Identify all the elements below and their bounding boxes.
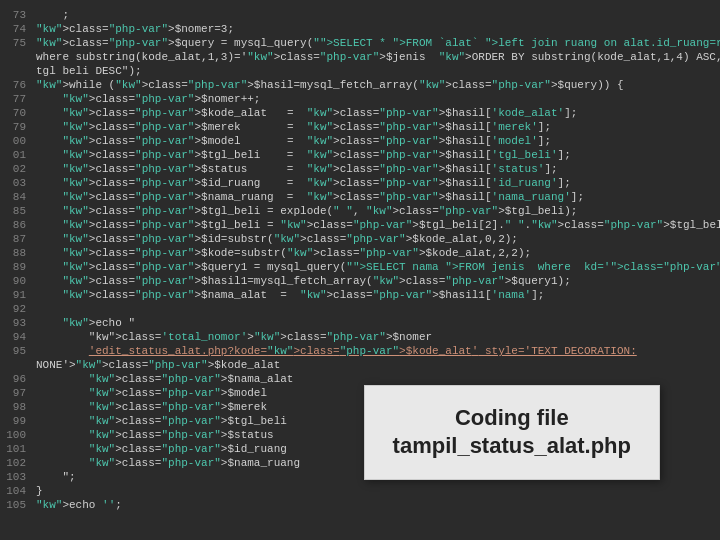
line-number: 79 — [0, 120, 36, 134]
line-number: 74 — [0, 22, 36, 36]
line-content: "kw">class="php-var">$nama_alat = "kw">c… — [36, 288, 544, 302]
line-content: "kw">class='total_nomor'>"kw">class="php… — [36, 330, 432, 344]
line-content: "kw">class="php-var">$nama_ruang — [36, 456, 300, 470]
line-number: 89 — [0, 260, 36, 274]
line-content: ; — [36, 8, 69, 22]
code-line: 70 "kw">class="php-var">$kode_alat = "kw… — [0, 106, 720, 120]
code-line: 90 "kw">class="php-var">$hasil1=mysql_fe… — [0, 274, 720, 288]
line-content: "kw">class="php-var">$id_ruang — [36, 442, 287, 456]
line-number: 77 — [0, 92, 36, 106]
code-line: 93 "kw">echo " — [0, 316, 720, 330]
line-content: "kw">class="php-var">$tgl_beli = "kw">cl… — [36, 148, 571, 162]
code-line: 85 "kw">class="php-var">$tgl_beli = expl… — [0, 204, 720, 218]
code-line: 95 'edit_status_alat.php?kode="kw">class… — [0, 344, 720, 358]
line-content: "kw">class="php-var">$status = "kw">clas… — [36, 162, 558, 176]
code-line: 88 "kw">class="php-var">$kode=substr("kw… — [0, 246, 720, 260]
line-number: 86 — [0, 218, 36, 232]
line-number: 94 — [0, 330, 36, 344]
line-number: 105 — [0, 498, 36, 512]
line-content: "kw">echo ''; — [36, 498, 122, 512]
line-content: "; — [36, 470, 76, 484]
code-line: 79 "kw">class="php-var">$merek = "kw">cl… — [0, 120, 720, 134]
line-content: "kw">class="php-var">$nama_alat — [36, 372, 293, 386]
code-line: 74"kw">class="php-var">$nomer=3; — [0, 22, 720, 36]
line-number: 97 — [0, 386, 36, 400]
line-content: tgl beli DESC"); — [36, 64, 142, 78]
line-number: 99 — [0, 414, 36, 428]
line-number: 84 — [0, 190, 36, 204]
code-line: 02 "kw">class="php-var">$status = "kw">c… — [0, 162, 720, 176]
line-number: 98 — [0, 400, 36, 414]
code-line: 03 "kw">class="php-var">$id_ruang = "kw"… — [0, 176, 720, 190]
line-number: 96 — [0, 372, 36, 386]
line-number: 104 — [0, 484, 36, 498]
line-content: "kw">class="php-var">$model — [36, 386, 267, 400]
line-number: 102 — [0, 456, 36, 470]
code-line: 75"kw">class="php-var">$query = mysql_qu… — [0, 36, 720, 50]
line-content: "kw">class="php-var">$tgl_beli = "kw">cl… — [36, 218, 720, 232]
line-content: NONE'>"kw">class="php-var">$kode_alat — [36, 358, 280, 372]
line-content: "kw">class="php-var">$tgl_beli — [36, 414, 287, 428]
code-line: tgl beli DESC"); — [0, 64, 720, 78]
line-content: "kw">class="php-var">$id=substr("kw">cla… — [36, 232, 518, 246]
line-number: 103 — [0, 470, 36, 484]
line-number: 93 — [0, 316, 36, 330]
line-content: "kw">echo " — [36, 316, 135, 330]
line-content: "kw">class="php-var">$merek — [36, 400, 267, 414]
code-line: NONE'>"kw">class="php-var">$kode_alat — [0, 358, 720, 372]
overlay-label: Coding file tampil_status_alat.php — [364, 385, 660, 480]
line-number: 70 — [0, 106, 36, 120]
line-number: 00 — [0, 134, 36, 148]
line-content: "kw">class="php-var">$kode_alat = "kw">c… — [36, 106, 577, 120]
line-number: 88 — [0, 246, 36, 260]
code-line: 104} — [0, 484, 720, 498]
line-content: 'edit_status_alat.php?kode="kw">class="p… — [36, 344, 637, 358]
line-content: "kw">class="php-var">$query = mysql_quer… — [36, 36, 720, 50]
line-number: 85 — [0, 204, 36, 218]
code-line: 92 — [0, 302, 720, 316]
code-line: 86 "kw">class="php-var">$tgl_beli = "kw"… — [0, 218, 720, 232]
overlay-title-line2: tampil_status_alat.php — [393, 432, 631, 461]
line-content: "kw">class="php-var">$model = "kw">class… — [36, 134, 551, 148]
line-content: "kw">class="php-var">$kode=substr("kw">c… — [36, 246, 531, 260]
line-number: 01 — [0, 148, 36, 162]
code-line: 00 "kw">class="php-var">$model = "kw">cl… — [0, 134, 720, 148]
code-line: 76"kw">while ("kw">class="php-var">$hasi… — [0, 78, 720, 92]
line-number: 90 — [0, 274, 36, 288]
line-content: "kw">class="php-var">$nomer=3; — [36, 22, 234, 36]
line-content: "kw">class="php-var">$query1 = mysql_que… — [36, 260, 720, 274]
code-editor: 73 ;74"kw">class="php-var">$nomer=3;75"k… — [0, 0, 720, 540]
code-line: 77 "kw">class="php-var">$nomer++; — [0, 92, 720, 106]
line-number: 100 — [0, 428, 36, 442]
line-number: 101 — [0, 442, 36, 456]
line-content: } — [36, 484, 43, 498]
code-line: 89 "kw">class="php-var">$query1 = mysql_… — [0, 260, 720, 274]
line-content: "kw">class="php-var">$tgl_beli = explode… — [36, 204, 577, 218]
line-content: "kw">class="php-var">$merek = "kw">class… — [36, 120, 551, 134]
code-line: 105"kw">echo ''; — [0, 498, 720, 512]
code-line: where substring(kode_alat,1,3)='"kw">cla… — [0, 50, 720, 64]
code-line: 73 ; — [0, 8, 720, 22]
code-line: 87 "kw">class="php-var">$id=substr("kw">… — [0, 232, 720, 246]
line-number: 75 — [0, 36, 36, 50]
line-number: 73 — [0, 8, 36, 22]
code-line: 01 "kw">class="php-var">$tgl_beli = "kw"… — [0, 148, 720, 162]
line-content: where substring(kode_alat,1,3)='"kw">cla… — [36, 50, 720, 64]
line-number: 95 — [0, 344, 36, 358]
line-content: "kw">class="php-var">$status — [36, 428, 274, 442]
line-number: 92 — [0, 302, 36, 316]
line-content: "kw">while ("kw">class="php-var">$hasil=… — [36, 78, 624, 92]
code-line: 94 "kw">class='total_nomor'>"kw">class="… — [0, 330, 720, 344]
line-number: 76 — [0, 78, 36, 92]
line-number: 87 — [0, 232, 36, 246]
overlay-title-line1: Coding file — [393, 404, 631, 433]
code-line: 84 "kw">class="php-var">$nama_ruang = "k… — [0, 190, 720, 204]
line-number: 03 — [0, 176, 36, 190]
line-content: "kw">class="php-var">$hasil1=mysql_fetch… — [36, 274, 571, 288]
line-content: "kw">class="php-var">$id_ruang = "kw">cl… — [36, 176, 571, 190]
line-number: 91 — [0, 288, 36, 302]
line-content: "kw">class="php-var">$nama_ruang = "kw">… — [36, 190, 584, 204]
line-content: "kw">class="php-var">$nomer++; — [36, 92, 260, 106]
code-line: 91 "kw">class="php-var">$nama_alat = "kw… — [0, 288, 720, 302]
line-number: 02 — [0, 162, 36, 176]
